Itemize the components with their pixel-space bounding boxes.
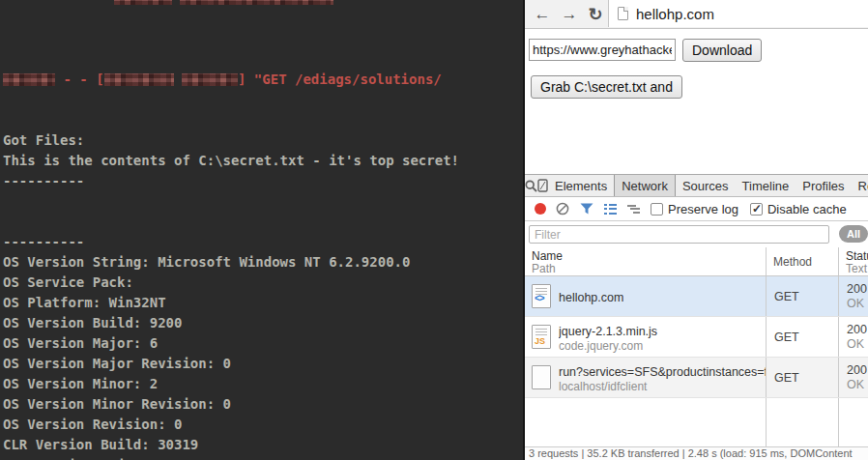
request-status-text: OK [847, 337, 868, 352]
html-document-icon: <> [532, 284, 551, 308]
tab-network[interactable]: Network [614, 175, 676, 196]
request-name: run?services=SFS&productinstances=file..… [559, 365, 766, 379]
redacted-date [104, 73, 174, 86]
request-name: jquery-2.1.3.min.js [559, 325, 657, 338]
preserve-log-checkbox[interactable] [651, 203, 663, 216]
request-method: GET [767, 276, 839, 316]
download-url-input[interactable] [529, 39, 676, 61]
devtools-panel: Elements Network Sources Timeline Profil… [525, 174, 868, 460]
disable-cache-label: Disable cache [767, 202, 847, 216]
column-header-status-text[interactable]: Status Text [839, 247, 868, 275]
redacted-time [182, 73, 238, 86]
filter-all-button[interactable]: All [839, 225, 868, 243]
table-header-row: Name Path Method Status Text [525, 247, 868, 276]
browser-toolbar: ← → ↻ hellohp.com [525, 0, 868, 29]
web-page-content: Download Grab C:\secret.txt and [525, 29, 868, 174]
request-status: 200 [847, 323, 868, 337]
network-filter-row: All [525, 221, 868, 247]
request-status-text: OK [847, 297, 868, 311]
address-bar[interactable]: hellohp.com [608, 0, 868, 27]
column-header-method[interactable]: Method [767, 247, 839, 275]
tab-profiles[interactable]: Profiles [796, 175, 851, 196]
browser-panel: ← → ↻ hellohp.com Download Grab C:\secre… [523, 0, 868, 460]
device-mode-icon[interactable] [537, 175, 548, 196]
back-icon[interactable]: ← [531, 3, 554, 26]
tab-timeline[interactable]: Timeline [736, 175, 796, 196]
download-button[interactable]: Download [682, 39, 762, 62]
preserve-log-label: Preserve log [668, 202, 738, 216]
disable-cache-checkbox[interactable] [750, 203, 763, 216]
request-status: 200 [847, 363, 868, 378]
inspect-search-icon[interactable] [525, 175, 537, 196]
waterfall-overview-icon[interactable] [627, 205, 640, 214]
table-row[interactable]: JS jquery-2.1.3.min.js code.jquery.com G… [525, 317, 868, 358]
tab-resources[interactable]: Resources [852, 175, 868, 196]
grab-secret-button[interactable]: Grab C:\secret.txt and [531, 75, 682, 99]
record-icon[interactable] [535, 203, 546, 215]
page-icon [618, 7, 628, 20]
request-status-text: OK [847, 378, 868, 392]
request-path: localhost/idfclient [559, 380, 766, 393]
request-method: GET [767, 317, 839, 357]
clear-icon[interactable] [556, 202, 569, 216]
column-header-name-path[interactable]: Name Path [525, 247, 767, 275]
log-separator: - - [ [55, 72, 104, 87]
filter-funnel-icon[interactable] [580, 203, 593, 215]
reload-icon[interactable]: ↻ [584, 3, 607, 26]
js-document-icon: JS [532, 325, 551, 349]
tab-elements[interactable]: Elements [548, 175, 614, 196]
forward-icon[interactable]: → [558, 3, 581, 26]
redaction-block [180, 0, 333, 5]
request-path: code.jquery.com [559, 339, 657, 353]
table-empty-area [525, 398, 868, 446]
redacted-log-line-partial [0, 0, 523, 5]
network-request-table: Name Path Method Status Text <> hellohp.… [525, 247, 868, 446]
table-row[interactable]: <> hellohp.com GET 200 OK [525, 276, 868, 317]
view-list-icon[interactable] [604, 204, 617, 215]
network-summary-bar: 3 requests | 35.2 KB transferred | 2.48 … [525, 446, 868, 460]
plain-document-icon [532, 365, 551, 389]
terminal-panel: - - [ ] "GET /ediags/solutions/ Got File… [0, 0, 523, 460]
request-status: 200 [847, 282, 868, 297]
log-request: ] "GET /ediags/solutions/ [238, 72, 442, 87]
address-bar-url: hellohp.com [636, 6, 714, 22]
table-row[interactable]: run?services=SFS&productinstances=file..… [525, 358, 868, 398]
devtools-tab-bar: Elements Network Sources Timeline Profil… [525, 175, 868, 197]
screenshot-root: - - [ ] "GET /ediags/solutions/ Got File… [0, 0, 868, 460]
terminal-output: Got Files:This is the contents of C:\sec… [3, 130, 523, 460]
request-method: GET [767, 358, 839, 397]
network-toolbar: Preserve log Disable cache [525, 197, 868, 221]
filter-input[interactable] [529, 225, 829, 244]
redaction-block [114, 0, 172, 5]
request-name: hellohp.com [559, 291, 623, 304]
tab-sources[interactable]: Sources [676, 175, 736, 196]
server-log-line: - - [ ] "GET /ediags/solutions/ [3, 70, 523, 90]
